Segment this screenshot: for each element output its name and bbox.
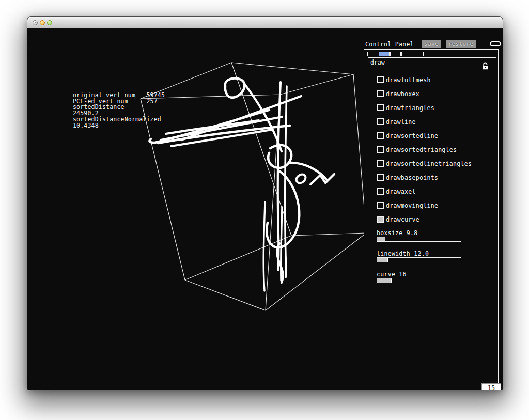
zoom-button-icon[interactable] [47,20,52,25]
app-window: original vert num = 59745 PCL-ed vert nu… [27,16,503,390]
slider-fill[interactable] [377,258,388,262]
panel-tab[interactable] [390,52,401,56]
slider-fill[interactable] [377,237,385,241]
minimize-button-icon[interactable] [40,20,45,25]
panel-tab[interactable] [367,52,378,56]
checkbox-label: drawtriangles [386,104,434,112]
slider-label: curve 16 [377,271,464,277]
slider-label: linewidth 12.0 [377,250,464,257]
draw-group-panel: draw drawfullmesh [368,57,496,390]
checkbox[interactable] [377,174,384,181]
curve-tangle [149,79,334,291]
panel-minimize-button[interactable] [490,41,501,46]
checkbox-list: drawfullmesh drawboxex drawtriangles [368,73,496,226]
checkbox-label: drawcurve [386,216,419,223]
checkbox-label: drawsortedline [386,132,438,139]
slider: boxsize 9.8 [377,229,464,250]
checkbox[interactable] [377,132,384,139]
fps-counter: 15 [481,383,501,390]
tab-strip [367,52,424,56]
checkbox-label: drawaxel [386,188,416,195]
checkbox-label: drawmovingline [386,202,438,209]
slider-list: boxsize 9.8 linewidth 12.0 [377,229,464,291]
save-button[interactable]: save [422,40,441,48]
checkbox-row: drawfullmesh [368,73,496,87]
slider: curve 16 [377,271,464,291]
checkbox-row: drawmovingline [368,198,496,212]
lock-icon[interactable] [482,62,489,70]
checkbox-row: drawsortedtriangles [368,143,496,157]
checkbox[interactable] [377,146,384,153]
checkbox[interactable] [377,90,384,97]
panel-tab[interactable] [413,52,424,56]
checkbox[interactable] [377,188,384,195]
checkbox[interactable] [377,216,384,223]
panel-tab[interactable] [401,52,412,56]
wireframe-box [141,63,366,310]
control-panel: draw drawfullmesh [364,49,499,390]
checkbox[interactable] [377,76,384,83]
slider-label: boxsize 9.8 [377,229,464,236]
checkbox-row: drawbasepoints [368,170,496,184]
checkbox-label: drawline [386,118,416,126]
restore-button[interactable]: restore [446,40,476,48]
slider-track[interactable] [377,257,461,262]
checkbox-label: drawboxex [386,90,419,98]
slider: linewidth 12.0 [377,250,464,271]
panel-tab[interactable] [379,52,390,56]
title-bar[interactable] [27,17,503,28]
draw-group-title: draw [370,59,385,66]
checkbox-label: drawsortedtriangles [386,146,457,153]
slider-track[interactable] [377,278,461,283]
checkbox[interactable] [377,118,384,125]
checkbox[interactable] [377,202,384,209]
checkbox[interactable] [377,160,384,167]
checkbox-row: drawsortedlinetriangles [368,157,496,170]
stats-readout: original vert num = 59745 PCL-ed vert nu… [73,92,165,129]
close-button-icon[interactable] [33,20,38,25]
checkbox[interactable] [377,104,384,111]
checkbox-row: drawcurve [368,212,496,226]
checkbox-row: drawline [368,115,496,129]
checkbox-row: drawsortedline [368,129,496,143]
checkbox-row: drawboxex [368,87,496,101]
checkbox-label: drawfullmesh [386,76,431,84]
checkbox-label: drawsortedlinetriangles [386,160,472,167]
slider-track[interactable] [377,237,461,242]
slider-fill[interactable] [377,278,392,283]
checkbox-label: drawbasepoints [386,174,438,181]
checkbox-row: drawaxel [368,184,496,198]
checkbox-row: drawtriangles [368,101,496,115]
control-panel-title: Control Panel [365,41,414,48]
app-content: original vert num = 59745 PCL-ed vert nu… [27,28,503,390]
